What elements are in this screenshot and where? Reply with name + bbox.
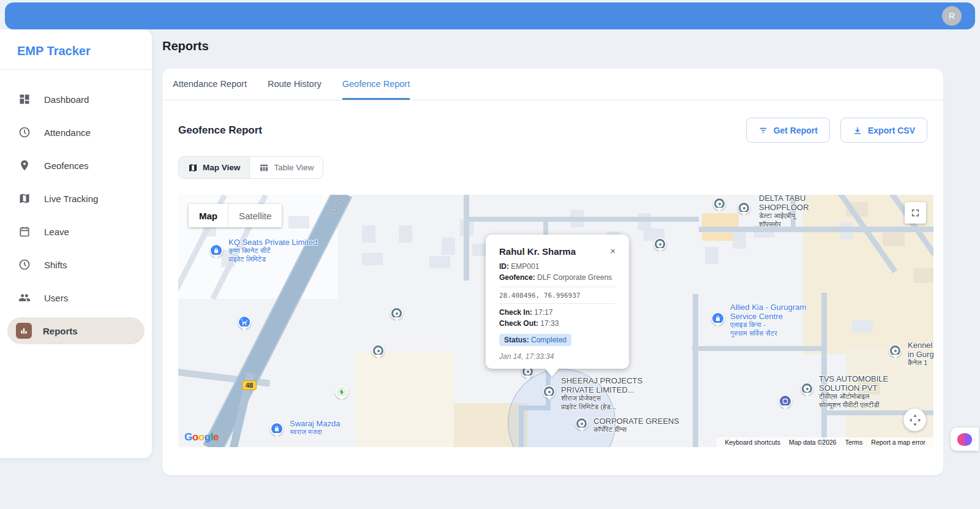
app-title: EMP Tracker xyxy=(0,29,152,69)
place-marker-icon[interactable] xyxy=(713,197,726,210)
map-buildings xyxy=(362,253,383,265)
place-marker-icon[interactable] xyxy=(654,238,666,251)
user-avatar[interactable]: R xyxy=(942,6,962,26)
divider xyxy=(499,303,616,304)
coordinates: 28.408496, 76.996937 xyxy=(499,292,616,300)
map-view-segment[interactable]: Map View xyxy=(179,157,250,178)
top-app-bar: R xyxy=(5,2,975,29)
place-marker-icon[interactable] xyxy=(390,307,403,320)
page-title: Reports xyxy=(162,39,209,53)
business-lock-marker-icon[interactable] xyxy=(270,422,284,435)
table-view-segment[interactable]: Table View xyxy=(250,157,323,178)
get-report-button[interactable]: Get Report xyxy=(746,118,830,143)
status-badge: Status: Completed xyxy=(499,334,571,346)
sidebar-item-attendance[interactable]: Attendance xyxy=(7,119,145,146)
business-lock-marker-icon[interactable] xyxy=(711,312,725,325)
map-icon xyxy=(18,192,31,205)
sidebar-item-label: Geofences xyxy=(44,160,89,171)
tab-geofence-report[interactable]: Geofence Report xyxy=(342,69,410,100)
map-attribution: Keyboard shortcuts Map data ©2026 Terms … xyxy=(717,437,933,447)
sidebar-item-label: Dashboard xyxy=(44,94,89,105)
sidebar-item-dashboard[interactable]: Dashboard xyxy=(7,86,145,113)
divider xyxy=(499,287,616,287)
highway-48-badge: 48 xyxy=(242,380,257,390)
close-icon[interactable]: × xyxy=(610,246,616,255)
fullscreen-button[interactable] xyxy=(905,202,926,224)
sidebar-item-reports[interactable]: Reports xyxy=(7,317,145,344)
extension-brain-icon xyxy=(957,433,972,446)
map-road xyxy=(466,217,699,222)
ev-charging-marker-icon[interactable] xyxy=(335,385,349,399)
sidebar: EMP Tracker Dashboard Attendance Geofenc… xyxy=(0,29,152,458)
sidebar-item-label: Users xyxy=(44,293,68,303)
place-marker-icon[interactable] xyxy=(889,344,902,357)
sidebar-item-users[interactable]: Users xyxy=(7,284,145,311)
map-type-control: Map Satellite xyxy=(189,204,282,227)
sidebar-item-label: Shifts xyxy=(44,260,67,270)
extension-fab[interactable] xyxy=(951,428,979,451)
tab-route-history[interactable]: Route History xyxy=(268,69,322,100)
sidebar-item-label: Reports xyxy=(43,326,78,336)
geofence-row: Geofence: DLF Corporate Greens xyxy=(499,273,616,282)
keyboard-shortcuts-link[interactable]: Keyboard shortcuts xyxy=(720,439,784,446)
map-type-map-button[interactable]: Map xyxy=(189,204,228,227)
place-marker-icon[interactable] xyxy=(372,344,385,357)
place-marker-icon[interactable] xyxy=(575,417,588,430)
map-road xyxy=(464,195,469,281)
fullscreen-icon xyxy=(911,208,920,217)
atm-marker-icon[interactable] xyxy=(778,394,792,408)
map-view-label: Map View xyxy=(203,163,240,172)
google-map[interactable]: 48 Gurgaon Studiokon InteriorProducts Pr… xyxy=(178,195,933,447)
people-icon xyxy=(18,292,31,304)
check-out-row: Check Out: 17:33 xyxy=(499,319,616,328)
sidebar-item-geofences[interactable]: Geofences xyxy=(7,152,145,179)
filter-icon xyxy=(758,126,768,135)
sidebar-item-shifts[interactable]: Shifts xyxy=(7,251,145,278)
google-logo[interactable]: Google xyxy=(184,431,219,443)
view-toggle: Map View Table View xyxy=(178,156,323,179)
table-view-label: Table View xyxy=(274,163,314,172)
info-window: Rahul Kr. Sharma × ID: EMP001 Geofence: … xyxy=(486,235,629,369)
employee-id-row: ID: EMP001 xyxy=(499,262,616,271)
download-icon xyxy=(853,126,862,135)
export-csv-label: Export CSV xyxy=(868,126,915,135)
map-type-satellite-button[interactable]: Satellite xyxy=(228,204,282,227)
check-in-row: Check In: 17:17 xyxy=(499,308,616,317)
section-title: Geofence Report xyxy=(178,124,262,137)
map-road xyxy=(699,227,933,232)
pan-control[interactable] xyxy=(903,409,926,431)
pan-arrows-icon xyxy=(908,413,922,427)
tab-attendance-report[interactable]: Attendance Report xyxy=(173,69,247,100)
location-pin-icon xyxy=(18,159,31,172)
shopping-cart-marker-icon[interactable] xyxy=(238,315,251,329)
bar-chart-icon xyxy=(16,323,32,339)
place-marker-icon[interactable] xyxy=(543,385,556,398)
info-window-pointer xyxy=(545,368,559,384)
sidebar-item-leave[interactable]: Leave xyxy=(7,218,145,245)
map-road xyxy=(692,346,823,351)
map-road xyxy=(821,293,827,447)
terms-link[interactable]: Terms xyxy=(841,439,867,446)
sidebar-item-label: Attendance xyxy=(44,127,91,138)
map-icon xyxy=(188,163,198,173)
timestamp: Jan 14, 17:33:34 xyxy=(499,352,616,361)
map-road xyxy=(693,294,698,447)
clock-icon xyxy=(18,258,31,271)
map-buildings xyxy=(362,225,375,243)
place-marker-icon[interactable] xyxy=(737,202,750,214)
place-marker-icon[interactable] xyxy=(801,382,813,395)
map-land-patch xyxy=(356,351,454,447)
sidebar-item-live-tracking[interactable]: Live Tracking xyxy=(7,185,145,212)
reports-card: Attendance Report Route History Geofence… xyxy=(162,69,943,475)
employee-name: Rahul Kr. Sharma xyxy=(499,246,576,257)
export-csv-button[interactable]: Export CSV xyxy=(840,118,927,143)
sidebar-nav: Dashboard Attendance Geofences Live Trac… xyxy=(0,70,152,344)
sidebar-item-label: Live Tracking xyxy=(44,194,98,204)
dashboard-icon xyxy=(18,93,31,105)
clock-icon xyxy=(18,126,31,138)
get-report-label: Get Report xyxy=(774,126,818,135)
report-map-error-link[interactable]: Report a map error xyxy=(867,439,930,446)
tab-bar: Attendance Report Route History Geofence… xyxy=(162,69,943,100)
business-lock-marker-icon[interactable] xyxy=(209,244,223,257)
table-icon xyxy=(259,163,269,173)
